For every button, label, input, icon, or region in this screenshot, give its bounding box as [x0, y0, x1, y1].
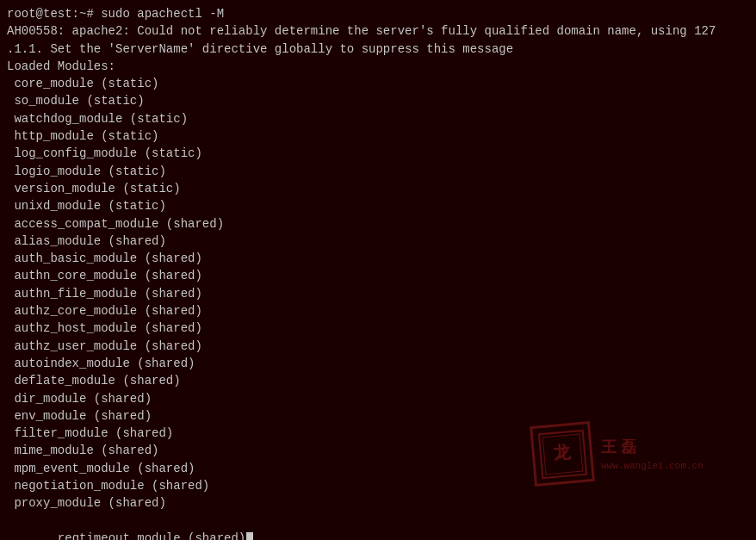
- terminal-line: auth_basic_module (shared): [7, 250, 749, 267]
- terminal-line: unixd_module (static): [7, 197, 749, 214]
- terminal-line: root@test:~# sudo apachectl -M: [7, 5, 749, 22]
- seal-icon: 龙: [536, 428, 588, 480]
- terminal-line: version_module (static): [7, 180, 749, 197]
- watermark: 龙 王 磊 www.wanglei.com.cn: [532, 419, 730, 488]
- terminal-line: Loaded Modules:: [7, 58, 749, 75]
- terminal-line: authz_host_module (shared): [7, 320, 749, 337]
- watermark-sub-text: www.wanglei.com.cn: [601, 461, 703, 471]
- terminal-line: proxy_module (shared): [7, 494, 749, 512]
- terminal-line: core_module (static): [7, 75, 749, 92]
- terminal-line: dir_module (shared): [7, 390, 749, 407]
- watermark-seal: 龙: [530, 421, 595, 487]
- terminal-line: logio_module (static): [7, 163, 749, 180]
- svg-text:龙: 龙: [551, 442, 572, 462]
- watermark-main-text: 王 磊: [601, 437, 703, 457]
- terminal-line: log_config_module (static): [7, 145, 749, 162]
- terminal-line: authz_user_module (shared): [7, 338, 749, 355]
- terminal-line: so_module (static): [7, 92, 749, 109]
- terminal-cursor: [246, 532, 253, 540]
- terminal-window[interactable]: root@test:~# sudo apachectl -M AH00558: …: [0, 0, 756, 540]
- terminal-prompt-line: reqtimeout_module (shared): [7, 512, 749, 540]
- terminal-line: authz_core_module (shared): [7, 302, 749, 320]
- svg-line-4: [538, 430, 586, 477]
- terminal-line: watchdog_module (static): [7, 110, 749, 127]
- terminal-line: authn_core_module (shared): [7, 267, 749, 284]
- terminal-line: alias_module (shared): [7, 233, 749, 250]
- watermark-label-group: 王 磊 www.wanglei.com.cn: [601, 437, 703, 471]
- terminal-line: autoindex_module (shared): [7, 355, 749, 372]
- terminal-line: authn_file_module (shared): [7, 285, 749, 302]
- terminal-line: access_compat_module (shared): [7, 215, 749, 233]
- terminal-line: .1.1. Set the 'ServerName' directive glo…: [7, 40, 749, 58]
- terminal-prompt: reqtimeout_module (shared): [50, 531, 245, 540]
- terminal-line: http_module (static): [7, 127, 749, 145]
- terminal-line: deflate_module (shared): [7, 372, 749, 389]
- terminal-line: AH00558: apache2: Could not reliably det…: [7, 22, 749, 40]
